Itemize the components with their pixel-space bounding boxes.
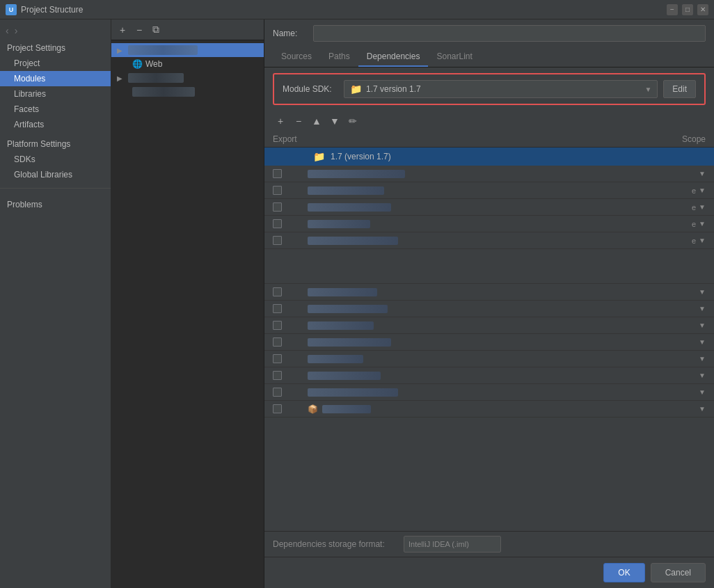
project-settings-header: Project Settings — [0, 39, 111, 56]
add-dep-button[interactable]: + — [273, 113, 288, 129]
sidebar-item-sdks[interactable]: SDKs — [0, 152, 111, 167]
dep-name-blurred-1 — [308, 170, 405, 178]
dep-row-2[interactable]: e ▼ — [264, 182, 714, 199]
remove-dep-button[interactable]: − — [291, 113, 306, 129]
dep-row-4[interactable]: e ▼ — [264, 216, 714, 232]
sdk-dep-row[interactable]: 📁 1.7 (version 1.7) — [264, 148, 714, 166]
tree-label-blurred-1 — [128, 45, 198, 55]
dep-scope-text-2: e — [692, 186, 696, 195]
dep-scope-arrow-10: ▼ — [699, 355, 706, 363]
dep-checkbox-8[interactable] — [273, 321, 308, 330]
dep-checkbox-2[interactable] — [273, 186, 308, 195]
checkbox-icon-jar[interactable] — [273, 404, 282, 413]
copy-module-button[interactable]: ⧉ — [149, 23, 163, 37]
checkbox-icon-6[interactable] — [273, 287, 282, 296]
sdk-dropdown-arrow-icon: ▼ — [644, 86, 651, 93]
checkbox-icon-10[interactable] — [273, 354, 282, 363]
dep-row-5[interactable]: e ▼ — [264, 232, 714, 249]
dep-row-7[interactable]: ▼ — [264, 301, 714, 317]
checkbox-icon-1[interactable] — [273, 169, 282, 178]
dep-scope-arrow-jar: ▼ — [699, 405, 706, 413]
tree-item-sub-1[interactable] — [111, 85, 264, 99]
edit-dep-button[interactable]: ✏ — [345, 113, 360, 129]
move-down-dep-button[interactable]: ▼ — [327, 113, 342, 129]
dep-row-12[interactable]: ▼ — [264, 384, 714, 401]
sidebar-item-libraries[interactable]: Libraries — [0, 86, 111, 102]
add-module-button[interactable]: + — [116, 23, 129, 37]
name-row: Name: — [264, 19, 714, 47]
dep-name-blurred-4 — [308, 220, 370, 228]
checkbox-icon-3[interactable] — [273, 202, 282, 212]
storage-dropdown[interactable]: IntelliJ IDEA (.iml) — [404, 536, 501, 553]
dep-checkbox-1[interactable] — [273, 169, 308, 178]
cancel-button[interactable]: Cancel — [651, 563, 706, 582]
dep-row-1[interactable]: ▼ — [264, 166, 714, 182]
move-up-dep-button[interactable]: ▲ — [309, 113, 324, 129]
maximize-button[interactable]: □ — [682, 4, 693, 15]
close-button[interactable]: ✕ — [697, 4, 708, 15]
export-header: Export — [273, 132, 308, 147]
tab-dependencies[interactable]: Dependencies — [358, 47, 429, 67]
dep-row-9[interactable]: ▼ — [264, 334, 714, 351]
sidebar-item-problems[interactable]: Problems — [0, 194, 111, 215]
tree-arrow-icon: ▶ — [117, 47, 125, 54]
sdk-label: Module SDK: — [283, 84, 338, 94]
dep-checkbox-7[interactable] — [273, 304, 308, 313]
sidebar-item-project[interactable]: Project — [0, 56, 111, 71]
deps-toolbar: + − ▲ ▼ ✏ — [264, 111, 714, 132]
tab-paths[interactable]: Paths — [320, 47, 358, 67]
dep-row-11[interactable]: ▼ — [264, 367, 714, 384]
dep-checkbox-11[interactable] — [273, 371, 308, 380]
title-bar: U Project Structure − □ ✕ — [0, 0, 714, 19]
tree-label-blurred-2 — [128, 73, 184, 83]
dep-scope-arrow-4: ▼ — [699, 220, 706, 228]
sdk-dropdown[interactable]: 📁 1.7 version 1.7 ▼ — [344, 80, 658, 98]
window-title: Project Structure — [21, 5, 83, 15]
nav-top: ‹ › — [0, 22, 111, 39]
dep-checkbox-9[interactable] — [273, 337, 308, 347]
dep-checkbox-10[interactable] — [273, 354, 308, 363]
sdk-value: 1.7 version 1.7 — [366, 84, 421, 94]
checkbox-icon-2[interactable] — [273, 186, 282, 195]
sidebar-item-facets[interactable]: Facets — [0, 102, 111, 117]
dep-checkbox-4[interactable] — [273, 219, 308, 228]
dep-checkbox-12[interactable] — [273, 388, 308, 397]
checkbox-icon-11[interactable] — [273, 371, 282, 380]
dep-row-8[interactable]: ▼ — [264, 317, 714, 334]
remove-module-button[interactable]: − — [132, 23, 146, 37]
dep-checkbox-5[interactable] — [273, 236, 308, 245]
dep-scope-arrow-12: ▼ — [699, 388, 706, 396]
name-input[interactable] — [313, 25, 706, 42]
tab-sonarlint[interactable]: SonarLint — [428, 47, 480, 67]
dep-checkbox-3[interactable] — [273, 202, 308, 212]
checkbox-icon-7[interactable] — [273, 304, 282, 313]
sidebar-item-global-libraries[interactable]: Global Libraries — [0, 167, 111, 182]
checkbox-icon-4[interactable] — [273, 219, 282, 228]
checkbox-icon-12[interactable] — [273, 388, 282, 397]
dep-checkbox-6[interactable] — [273, 287, 308, 296]
dep-row-6[interactable]: ▼ — [264, 284, 714, 301]
tree-item-web[interactable]: 🌐 Web — [111, 57, 264, 71]
platform-settings-header: Platform Settings — [0, 132, 111, 152]
edit-sdk-button[interactable]: Edit — [663, 80, 696, 98]
tree-item-1[interactable]: ▶ — [111, 43, 264, 57]
sidebar-item-artifacts[interactable]: Artifacts — [0, 117, 111, 132]
back-arrow-icon[interactable]: ‹ — [6, 25, 9, 36]
dep-checkbox-jar[interactable] — [273, 404, 308, 413]
minimize-button[interactable]: − — [667, 4, 678, 15]
checkbox-icon-8[interactable] — [273, 321, 282, 330]
tab-sources[interactable]: Sources — [273, 47, 320, 67]
dep-row-3[interactable]: e ▼ — [264, 199, 714, 216]
dep-scope-arrow-5: ▼ — [699, 237, 706, 244]
checkbox-icon-9[interactable] — [273, 337, 282, 347]
window-controls: − □ ✕ — [667, 4, 708, 15]
tabs-bar: Sources Paths Dependencies SonarLint — [264, 47, 714, 67]
dep-row-jar[interactable]: 📦 ▼ — [264, 401, 714, 418]
ok-button[interactable]: OK — [603, 563, 644, 582]
forward-arrow-icon[interactable]: › — [15, 25, 18, 36]
tree-item-2[interactable]: ▶ — [111, 71, 264, 85]
tree-label-blurred-3 — [132, 87, 195, 97]
dep-row-10[interactable]: ▼ — [264, 351, 714, 367]
sidebar-item-modules[interactable]: Modules — [0, 71, 111, 86]
checkbox-icon-5[interactable] — [273, 236, 282, 245]
